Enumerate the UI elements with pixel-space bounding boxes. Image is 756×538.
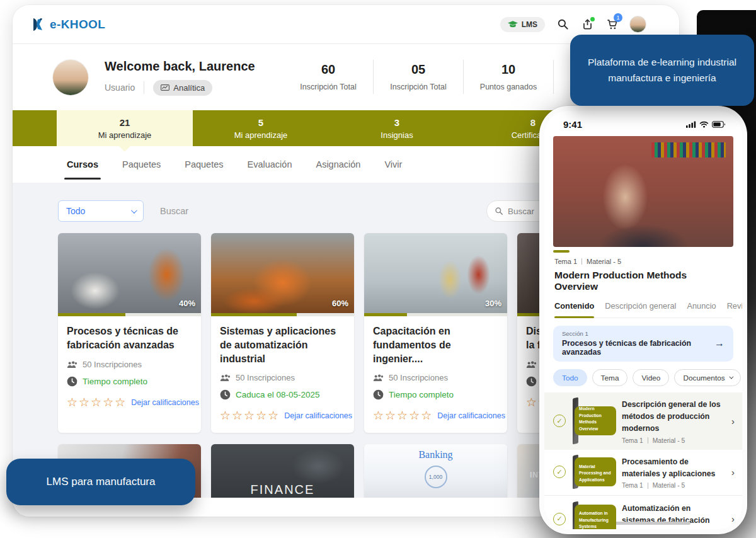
meta-topic: Tema 1 bbox=[622, 437, 643, 444]
rate-link[interactable]: Dejar calificaciones bbox=[437, 411, 505, 420]
star-icon[interactable] bbox=[220, 409, 231, 421]
divider bbox=[553, 60, 554, 94]
lms-badge[interactable]: LMS bbox=[500, 17, 545, 32]
section-card[interactable]: Sección 1 Procesos y técnicas de fabrica… bbox=[553, 326, 733, 362]
clock-icon bbox=[67, 376, 77, 387]
phone-status-bar: 9:41 bbox=[544, 111, 742, 131]
chip-todo[interactable]: Todo bbox=[553, 369, 587, 386]
people-icon bbox=[526, 361, 537, 369]
divider bbox=[144, 81, 144, 94]
chevron-down-icon bbox=[729, 375, 733, 379]
header-actions: LMS 1 bbox=[500, 16, 646, 33]
status-time: 9:41 bbox=[563, 119, 582, 130]
search-button[interactable] bbox=[556, 18, 570, 31]
tab-revisar[interactable]: Revisar bbox=[727, 301, 742, 311]
lesson-item-1[interactable]: ✓ Modern Production Methods Overview Des… bbox=[544, 392, 742, 450]
learning-tab-my-learning-active[interactable]: 21 Mi aprendizaje bbox=[57, 110, 193, 146]
availability-text: Tiempo completo bbox=[389, 390, 454, 399]
learning-tab-badges[interactable]: 3 Insignias bbox=[329, 110, 465, 146]
course-card-finance[interactable]: FINANCE bbox=[211, 444, 354, 498]
tab-paquetes-2[interactable]: Paquetes bbox=[185, 159, 223, 169]
meta-topic: Tema 1 bbox=[622, 529, 643, 529]
lesson-meta: Tema 1 Material - 5 bbox=[554, 258, 732, 265]
star-icon[interactable] bbox=[421, 409, 432, 421]
check-icon: ✓ bbox=[553, 466, 566, 478]
progress-badge: 60% bbox=[332, 299, 348, 308]
lesson-list: ✓ Modern Production Methods Overview Des… bbox=[544, 392, 742, 529]
course-card-3[interactable]: 30% Capacitación en fundamentos de ingen… bbox=[364, 233, 507, 433]
image-caption: Banking bbox=[364, 449, 507, 461]
lms-badge-label: LMS bbox=[522, 20, 537, 29]
chevron-down-icon bbox=[131, 207, 137, 214]
star-icon[interactable] bbox=[385, 409, 396, 421]
filter-row: Todo Buscar bbox=[58, 200, 188, 222]
meta-material: Material - 20 bbox=[653, 529, 689, 529]
lesson-item-2[interactable]: ✓ Material Processing and Applications P… bbox=[544, 450, 742, 495]
status-icons bbox=[686, 121, 726, 128]
tab-vivir[interactable]: Vivir bbox=[384, 159, 402, 169]
course-card-1[interactable]: 40% Procesos y técnicas de fabricación a… bbox=[58, 233, 201, 433]
tab-label: Insignias bbox=[381, 130, 413, 140]
course-card-banking[interactable]: Banking 1,000 bbox=[364, 444, 507, 498]
filter-dropdown[interactable]: Todo bbox=[58, 200, 144, 222]
star-icon[interactable] bbox=[115, 396, 125, 408]
availability-row: Caduca el 08-05-2025 bbox=[220, 389, 345, 400]
availability-text: Tiempo completo bbox=[83, 377, 147, 386]
tab-asignacion[interactable]: Asignación bbox=[316, 159, 360, 169]
course-card-2[interactable]: 60% Sistemas y aplicaciones de automatiz… bbox=[211, 233, 354, 433]
rate-link[interactable]: Dejar calificaciones bbox=[131, 398, 199, 407]
analytics-badge[interactable]: Analítica bbox=[153, 80, 212, 96]
divider bbox=[581, 258, 582, 265]
tab-paquetes-1[interactable]: Paquetes bbox=[122, 159, 161, 169]
phone-screen: 9:41 Tema 1 Material - 5 Modern Producti… bbox=[544, 111, 742, 529]
user-avatar[interactable] bbox=[629, 16, 646, 33]
availability-row: Tiempo completo bbox=[373, 389, 498, 400]
chip-documentos[interactable]: Documentos bbox=[674, 369, 740, 386]
course-title: Procesos y técnicas de fabricación avanz… bbox=[67, 324, 192, 353]
chevron-right-icon[interactable]: › bbox=[731, 513, 735, 524]
lesson-video-thumbnail[interactable] bbox=[553, 136, 733, 247]
enrollment-count: 50 Inscripciones bbox=[389, 373, 448, 382]
divider bbox=[544, 495, 742, 496]
star-icon[interactable] bbox=[79, 396, 89, 408]
brand-logo[interactable]: e-KHOOL bbox=[30, 17, 105, 32]
search-icon bbox=[495, 207, 503, 215]
star-icon[interactable] bbox=[91, 396, 101, 408]
star-icon[interactable] bbox=[268, 409, 278, 421]
star-icon[interactable] bbox=[256, 409, 266, 421]
chevron-right-icon[interactable]: › bbox=[731, 467, 735, 478]
star-icon[interactable] bbox=[409, 409, 420, 421]
stat-enrollment-1: 60 Inscripción Total bbox=[284, 62, 373, 91]
tab-anuncio[interactable]: Anuncio bbox=[687, 301, 716, 311]
callout-platform-text: Plataforma de e-learning industrial manu… bbox=[584, 55, 740, 85]
chart-icon bbox=[161, 84, 169, 91]
cart-button[interactable]: 1 bbox=[605, 18, 619, 31]
cart-count-badge: 1 bbox=[614, 13, 622, 22]
lesson-item-title: Descripción general de los métodos de pr… bbox=[622, 400, 721, 433]
learning-tab-my-learning[interactable]: 5 Mi aprendizaje bbox=[193, 110, 329, 146]
filter-chips: Todo Tema Video Documentos bbox=[553, 369, 733, 386]
enrollment-row: 50 Inscripciones bbox=[373, 373, 498, 382]
chip-tema[interactable]: Tema bbox=[592, 369, 628, 386]
rate-link[interactable]: Dejar calificaciones bbox=[284, 411, 352, 420]
star-icon[interactable] bbox=[397, 409, 408, 421]
tab-evaluacion[interactable]: Evaluación bbox=[248, 159, 292, 169]
arrow-right-icon[interactable]: → bbox=[709, 338, 724, 349]
star-icon[interactable] bbox=[67, 396, 77, 408]
profile-avatar[interactable] bbox=[53, 60, 88, 95]
divider bbox=[648, 483, 648, 489]
stats-row: 60 Inscripción Total 05 Inscripción Tota… bbox=[284, 54, 554, 100]
star-icon[interactable] bbox=[526, 396, 537, 408]
share-button[interactable] bbox=[580, 18, 594, 31]
tab-cursos[interactable]: Cursos bbox=[67, 159, 98, 169]
enrollment-count: 50 Inscripciones bbox=[236, 373, 295, 382]
tab-contenido[interactable]: Contenido bbox=[554, 301, 594, 311]
star-icon[interactable] bbox=[232, 409, 243, 421]
star-icon[interactable] bbox=[103, 396, 113, 408]
star-icon[interactable] bbox=[373, 409, 384, 421]
star-icon[interactable] bbox=[244, 409, 255, 421]
tab-descripcion-general[interactable]: Descripción general bbox=[605, 301, 676, 311]
chevron-right-icon[interactable]: › bbox=[731, 416, 735, 426]
chip-video[interactable]: Video bbox=[633, 369, 669, 386]
graduation-cap-icon bbox=[508, 21, 518, 28]
